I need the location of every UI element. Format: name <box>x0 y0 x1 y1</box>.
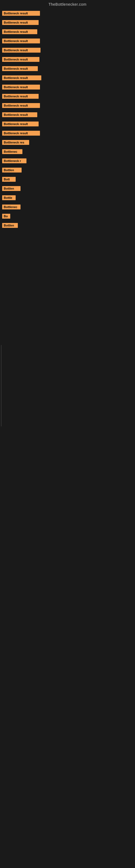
bar-row: Bottleneck result <box>1 101 134 110</box>
bar-row: Bottle <box>1 193 134 203</box>
bottleneck-bar-7[interactable]: Bottleneck result <box>2 66 38 71</box>
bar-row: Bottleneck result <box>1 18 134 27</box>
bar-row: Bottlenec <box>1 147 134 156</box>
bar-row: Bottleneck result <box>1 45 134 55</box>
bottleneck-bar-19[interactable]: Bott <box>2 177 16 182</box>
bottleneck-bar-24[interactable]: Bottlen <box>2 223 18 228</box>
bottleneck-bar-21[interactable]: Bottle <box>2 195 16 200</box>
bottleneck-bar-14[interactable]: Bottleneck result <box>2 131 40 135</box>
bottleneck-bar-18[interactable]: Bottlen <box>2 167 21 173</box>
bottleneck-bar-9[interactable]: Bottleneck result <box>2 85 40 90</box>
bottleneck-bar-22[interactable]: Bottlenec <box>2 205 20 209</box>
bottom-section <box>0 237 135 454</box>
bar-row: Bottleneck result <box>1 110 134 119</box>
bottleneck-bar-23[interactable]: Bo <box>2 214 10 219</box>
bar-row: Bottlen <box>1 184 134 193</box>
bar-row: Bottleneck result <box>1 36 134 45</box>
bar-row: Bottlen <box>1 165 134 175</box>
bottleneck-bar-2[interactable]: Bottleneck result <box>2 20 39 25</box>
bottleneck-bar-1[interactable]: Bottleneck result <box>2 11 40 16</box>
bar-row: Bottleneck res <box>1 138 134 147</box>
chart-area: Bottleneck resultBottleneck resultBottle… <box>0 8 135 231</box>
bar-row: Bottleneck r <box>1 156 134 165</box>
bar-row: Bo <box>1 212 134 221</box>
bar-row: Bottleneck result <box>1 73 134 83</box>
bottleneck-bar-13[interactable]: Bottleneck result <box>2 122 39 126</box>
bar-row: Bottlenec <box>1 203 134 212</box>
bottleneck-bar-5[interactable]: Bottleneck result <box>2 48 41 53</box>
bar-row: Bottleneck result <box>1 9 134 18</box>
bottleneck-bar-12[interactable]: Bottleneck result <box>2 112 37 117</box>
vertical-line <box>1 345 1 426</box>
bar-row: Bottleneck result <box>1 83 134 92</box>
bottleneck-bar-6[interactable]: Bottleneck result <box>2 57 39 62</box>
bottleneck-bar-10[interactable]: Bottleneck result <box>2 94 39 99</box>
bar-row: Bottleneck result <box>1 27 134 36</box>
bar-row: Bottleneck result <box>1 129 134 138</box>
bottleneck-bar-8[interactable]: Bottleneck result <box>2 75 41 80</box>
bar-row: Bott <box>1 175 134 184</box>
bottleneck-bar-15[interactable]: Bottleneck res <box>2 140 29 145</box>
bottleneck-bar-11[interactable]: Bottleneck result <box>2 103 40 108</box>
bar-row: Bottleneck result <box>1 119 134 129</box>
bottleneck-bar-20[interactable]: Bottlen <box>2 186 20 191</box>
bottleneck-bar-4[interactable]: Bottleneck result <box>2 38 40 43</box>
bar-row: Bottleneck result <box>1 92 134 101</box>
bar-row: Bottleneck result <box>1 64 134 73</box>
bar-row: Bottlen <box>1 221 134 230</box>
bottleneck-bar-16[interactable]: Bottlenec <box>2 149 22 154</box>
bar-row: Bottleneck result <box>1 55 134 64</box>
site-title: TheBottlenecker.com <box>0 0 135 8</box>
bottleneck-bar-17[interactable]: Bottleneck r <box>2 158 27 163</box>
bottleneck-bar-3[interactable]: Bottleneck result <box>2 29 37 34</box>
